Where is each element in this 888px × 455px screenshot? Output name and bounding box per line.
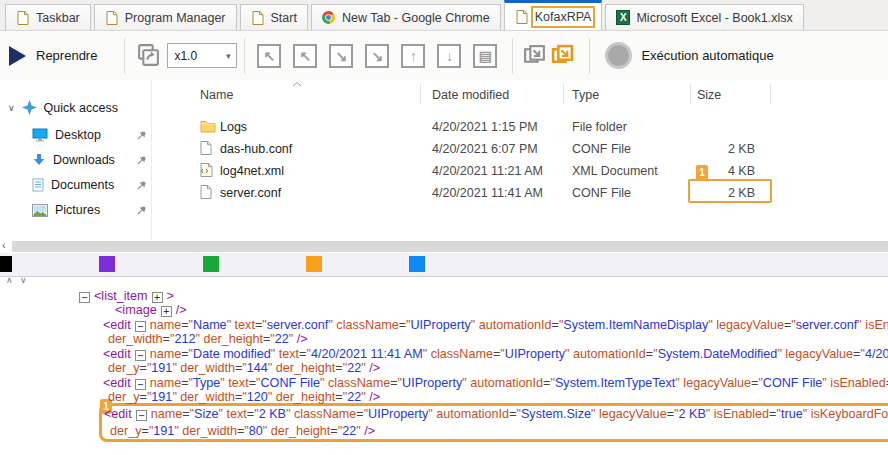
copy-steps-icon[interactable]: [522, 43, 547, 68]
xml-attr-name: legacyValue: [716, 318, 784, 332]
sidebar-item-quick-access[interactable]: ∨ Quick access: [8, 100, 118, 115]
resume-play-button[interactable]: [9, 46, 26, 66]
file-row-das-hub-conf[interactable]: das-hub.conf4/20/2021 6:07 PMCONF File2 …: [152, 138, 888, 160]
copy-steps-active-icon[interactable]: [550, 43, 575, 68]
xml-attribute: legacyValue="4/20/202: [785, 347, 888, 361]
column-divider[interactable]: [770, 84, 771, 104]
timeline-marker-1[interactable]: [99, 256, 115, 272]
xml-quote: ": [803, 407, 807, 421]
xml-attr-name: className: [294, 407, 356, 421]
toolbar-separator: [512, 38, 513, 74]
pin-icon[interactable]: [136, 155, 147, 166]
refresh-pages-icon[interactable]: [136, 43, 161, 68]
tab-taskbar[interactable]: Taskbar: [5, 4, 91, 30]
xml-quote: ": [777, 347, 781, 361]
tree-line[interactable]: <edit−name="Name" text="server.conf" cla…: [103, 318, 888, 332]
zoom-level-dropdown[interactable]: x1.0 ▾: [167, 43, 237, 68]
nav-up-button[interactable]: ↑: [401, 44, 425, 68]
xml-attr-value: System.Size: [521, 407, 591, 421]
file-row-log4net-xml[interactable]: log4net.xml4/20/2021 11:21 AMXML Documen…: [152, 160, 888, 182]
column-header-name[interactable]: Name: [200, 88, 233, 102]
sidebar-item-documents[interactable]: Documents: [32, 175, 147, 195]
column-header-date-modified[interactable]: Date modified: [432, 88, 509, 102]
xml-attr-value: System.ItemNameDisplay: [563, 318, 708, 332]
xml-attr-value: CONF File: [763, 376, 822, 390]
file-name: log4net.xml: [220, 164, 284, 178]
xml-attr-name: className: [336, 318, 398, 332]
xml-attribute: automationId="System.Size": [436, 407, 595, 421]
tree-expander-icon[interactable]: +: [152, 292, 163, 303]
xml-attribute: der_width="120": [180, 390, 272, 404]
tab-new-tab-google-chrome[interactable]: New Tab - Google Chrome: [311, 4, 501, 30]
scrollbar-track[interactable]: [12, 241, 888, 252]
tab-label: Program Manager: [125, 11, 226, 25]
file-row-server-conf[interactable]: server.conf4/20/2021 11:41 AMCONF File2 …: [152, 182, 888, 204]
auto-execution-indicator[interactable]: [605, 42, 632, 69]
chevron-up-icon[interactable]: ∧: [6, 275, 13, 285]
xml-attr-value: 22: [275, 332, 289, 346]
tree-line[interactable]: <edit−name="Size" text="2 KB" className=…: [104, 407, 888, 421]
scroll-left-icon[interactable]: ‹: [2, 239, 6, 251]
xml-attr-value: 4/20/202: [865, 347, 888, 361]
nav-back-into-button[interactable]: ↖: [257, 44, 281, 68]
tree-line[interactable]: <image+/>: [115, 303, 187, 317]
xml-attr-name: legacyValue: [683, 376, 751, 390]
tab-microsoft-excel-book1-xlsx[interactable]: XMicrosoft Excel - Book1.xlsx: [605, 4, 803, 30]
xml-quote: ": [857, 318, 861, 332]
tab-program-manager[interactable]: Program Manager: [94, 4, 237, 30]
column-divider[interactable]: [690, 84, 691, 104]
tree-line[interactable]: der_y="191" der_width="80" der_height="2…: [110, 424, 375, 438]
tab-label: Taskbar: [36, 11, 80, 25]
tree-line[interactable]: <edit−name="Type" text="CONF File" class…: [103, 376, 888, 390]
timeline-marker-3[interactable]: [306, 256, 322, 272]
file-row-logs[interactable]: Logs4/20/2021 1:15 PMFile folder: [152, 116, 888, 138]
column-divider[interactable]: [420, 84, 421, 104]
tab-kofaxrpa[interactable]: KofaxRPA: [504, 0, 603, 30]
chevron-down-icon[interactable]: ∨: [20, 275, 27, 285]
tab-start[interactable]: Start: [240, 4, 308, 30]
tree-expander-icon[interactable]: −: [136, 410, 147, 421]
xml-tag: <edit: [104, 407, 132, 421]
timeline-marker-0[interactable]: [0, 256, 12, 272]
file-name: Logs: [220, 120, 247, 134]
tree-line[interactable]: −<list_item+>: [75, 289, 174, 303]
tree-line[interactable]: der_y="191" der_width="144" der_height="…: [108, 361, 380, 375]
file-icon: [200, 141, 216, 156]
xml-attr-name: der_height: [276, 390, 336, 404]
xml-attr-name: der_height: [203, 332, 263, 346]
xml-quote: ": [172, 390, 176, 404]
timeline-marker-4[interactable]: [409, 256, 425, 272]
xml-quote: ": [286, 407, 290, 421]
xml-punct: />: [369, 361, 380, 375]
xml-attr-value: 80: [249, 424, 263, 438]
file-icon: [200, 185, 216, 200]
nav-down-button[interactable]: ↓: [437, 44, 461, 68]
nav-forward-into-button[interactable]: ↘: [365, 44, 389, 68]
nav-forward-button[interactable]: ↘: [329, 44, 353, 68]
xml-attr-value: 4/20/2021 11:41 AM: [311, 347, 423, 361]
column-divider[interactable]: [563, 84, 564, 104]
pin-icon[interactable]: [136, 180, 147, 191]
tree-line[interactable]: <edit−name="Date modified" text="4/20/20…: [103, 347, 888, 361]
xml-punct: />: [176, 303, 187, 317]
xml-quote: ": [195, 332, 199, 346]
tree-expander-icon[interactable]: −: [135, 379, 146, 390]
tree-line[interactable]: der_width="212" der_height="22" />: [108, 332, 308, 346]
sidebar-item-downloads[interactable]: Downloads: [32, 150, 147, 170]
sidebar-item-desktop[interactable]: Desktop: [32, 125, 147, 145]
document-view-button[interactable]: ▤: [473, 44, 497, 68]
sidebar-item-pictures[interactable]: Pictures: [32, 200, 147, 220]
tree-expander-icon[interactable]: −: [135, 350, 146, 361]
nav-back-button[interactable]: ↖: [293, 44, 317, 68]
tree-expander-icon[interactable]: −: [79, 292, 90, 303]
tree-expander-icon[interactable]: +: [161, 306, 172, 317]
tree-line[interactable]: der_y="191" der_width="120" der_height="…: [108, 390, 380, 404]
tree-expander-icon[interactable]: −: [135, 321, 146, 332]
column-header-size[interactable]: Size: [697, 88, 721, 102]
pin-icon[interactable]: [136, 205, 147, 216]
timeline-marker-2[interactable]: [203, 256, 219, 272]
horizontal-scrollbar[interactable]: ‹: [0, 240, 888, 253]
column-header-type[interactable]: Type: [572, 88, 599, 102]
xml-attr-value: UIProperty: [368, 407, 428, 421]
pin-icon[interactable]: [136, 130, 147, 141]
